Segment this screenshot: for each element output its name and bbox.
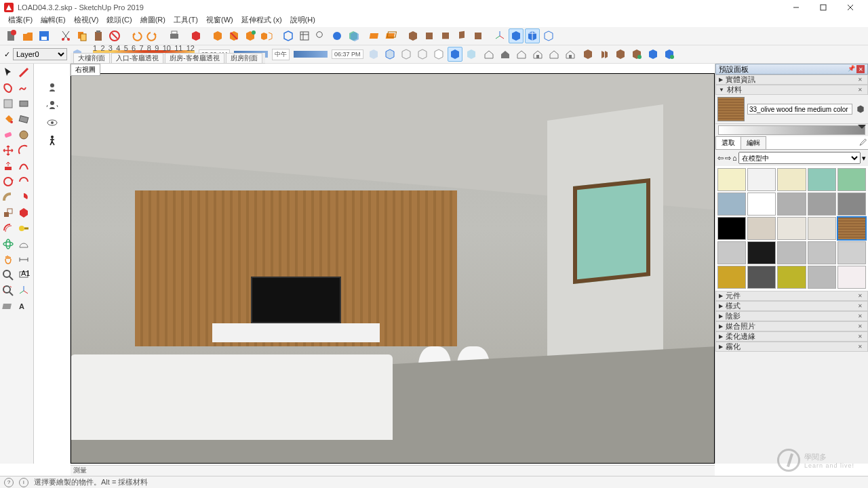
side-view-icon[interactable]: [454, 28, 469, 43]
material-swatch[interactable]: [837, 168, 866, 191]
material-swatch[interactable]: [837, 217, 866, 240]
material-swatch[interactable]: [777, 266, 806, 289]
time-gradient2[interactable]: [294, 51, 328, 58]
tray-close-icon[interactable]: ✕: [856, 65, 865, 73]
material-swatch[interactable]: [717, 192, 746, 216]
material-picker-icon[interactable]: [855, 104, 866, 115]
material-swatch[interactable]: [837, 266, 866, 289]
select-tool-icon[interactable]: [1, 65, 16, 80]
credits-icon[interactable]: i: [19, 478, 28, 487]
scene-render[interactable]: [71, 73, 715, 464]
scale-tool-icon[interactable]: [1, 205, 16, 220]
material-swatch[interactable]: [808, 241, 836, 264]
material-opacity-slider[interactable]: [718, 125, 865, 135]
material-swatch[interactable]: [777, 168, 806, 191]
styles-header[interactable]: ▶樣式✕: [715, 301, 868, 311]
menu-tools[interactable]: 工具(T): [171, 15, 201, 27]
menu-view[interactable]: 檢視(V): [71, 15, 102, 27]
face-style2-icon[interactable]: [525, 28, 540, 43]
entity-info-header[interactable]: ▶實體資訊✕: [715, 75, 868, 85]
components-header[interactable]: ▶元件✕: [715, 291, 868, 301]
pie-tool-icon[interactable]: [16, 190, 31, 205]
axes-tool-icon[interactable]: [16, 283, 31, 298]
orbit-tool-icon[interactable]: [1, 237, 16, 251]
redo-icon[interactable]: [145, 28, 160, 43]
warehouse5-icon[interactable]: [646, 47, 660, 62]
material-swatch[interactable]: [777, 217, 806, 240]
section-plane-icon[interactable]: [368, 28, 382, 43]
maximize-button[interactable]: [810, 0, 837, 15]
material-swatch[interactable]: [717, 241, 746, 264]
tab-edit[interactable]: 編輯: [741, 136, 766, 149]
followme-tool-icon[interactable]: [1, 190, 16, 205]
minimize-button[interactable]: [783, 0, 810, 15]
pan-tool-icon[interactable]: [1, 252, 16, 267]
style1-icon[interactable]: [366, 47, 381, 62]
material-eyedropper-icon[interactable]: [857, 136, 868, 147]
walk-icon[interactable]: [45, 133, 60, 148]
menu-window[interactable]: 視窗(W): [203, 15, 236, 27]
monochrome-icon[interactable]: [330, 28, 344, 43]
style6-icon[interactable]: [448, 47, 462, 62]
component-icon[interactable]: [189, 28, 203, 43]
home-icon[interactable]: ⌂: [732, 154, 737, 162]
current-material-swatch[interactable]: [717, 97, 745, 121]
zoom-tool-icon[interactable]: [1, 268, 16, 283]
explode-icon[interactable]: [243, 28, 258, 43]
house-right-icon[interactable]: [530, 47, 545, 62]
polygon-tool-icon[interactable]: [16, 205, 31, 220]
material-swatch[interactable]: [777, 241, 806, 264]
materials-header[interactable]: ▼材料✕: [715, 85, 868, 95]
material-swatch[interactable]: [777, 192, 806, 216]
style4-icon[interactable]: [415, 47, 430, 62]
style3-icon[interactable]: [399, 47, 414, 62]
material-swatch[interactable]: [747, 168, 776, 191]
material-swatch[interactable]: [837, 192, 866, 216]
paste-icon[interactable]: [91, 28, 106, 43]
hidden-line-icon[interactable]: [297, 28, 312, 43]
style5-icon[interactable]: [431, 47, 446, 62]
tray-pin-icon[interactable]: 📌: [848, 65, 855, 73]
look-around-icon[interactable]: [45, 98, 60, 113]
new-file-icon[interactable]: [4, 28, 19, 43]
material-swatch[interactable]: [808, 168, 836, 191]
copy-icon[interactable]: [75, 28, 90, 43]
delete-icon[interactable]: [107, 28, 122, 43]
section-display-icon[interactable]: [384, 28, 399, 43]
eye-icon[interactable]: [45, 115, 60, 130]
menu-extensions[interactable]: 延伸程式 (x): [239, 15, 285, 27]
rotated-rect-icon[interactable]: [16, 112, 31, 127]
lasso-tool-icon[interactable]: [1, 81, 16, 96]
move-tool-icon[interactable]: [1, 143, 16, 158]
tape-tool-icon[interactable]: [16, 221, 31, 236]
matchphoto-header[interactable]: ▶媒合照片✕: [715, 321, 868, 331]
tray-title-bar[interactable]: 預設面板 📌 ✕: [715, 64, 868, 75]
material-swatch[interactable]: [747, 266, 776, 289]
warehouse1-icon[interactable]: [580, 47, 595, 62]
paint-bucket-icon[interactable]: [1, 112, 16, 127]
tab-select[interactable]: 選取: [715, 136, 741, 149]
material-name-input[interactable]: [747, 104, 852, 115]
text-tool-icon[interactable]: A1: [16, 268, 31, 283]
model-viewport[interactable]: 大樓剖面 入口-客廳透視 廚房-客餐廳透視 廚房剖面 右視圖 測量: [71, 64, 715, 464]
eraser-tool-icon[interactable]: [1, 127, 16, 142]
shaded-icon[interactable]: [313, 28, 328, 43]
fog-header[interactable]: ▶霧化✕: [715, 342, 868, 352]
protractor-tool-icon[interactable]: [16, 237, 31, 251]
face-style1-icon[interactable]: [509, 28, 524, 43]
ungroup-icon[interactable]: [226, 28, 241, 43]
menu-edit[interactable]: 編輯(E): [38, 15, 68, 27]
material-swatch[interactable]: [717, 266, 746, 289]
shadows-header[interactable]: ▶陰影✕: [715, 311, 868, 321]
menu-file[interactable]: 檔案(F): [5, 15, 35, 27]
group-icon[interactable]: [210, 28, 225, 43]
rotate-tool-icon[interactable]: [1, 174, 16, 189]
cut-icon[interactable]: [58, 28, 73, 43]
material-swatch[interactable]: [837, 241, 866, 264]
material-swatch[interactable]: [717, 168, 746, 191]
house-front-icon[interactable]: [514, 47, 529, 62]
component-tool-icon[interactable]: [1, 96, 16, 111]
dimension-tool-icon[interactable]: [16, 252, 31, 267]
face-style3-icon[interactable]: [541, 28, 556, 43]
nav-fwd-icon[interactable]: ⇨: [725, 154, 731, 163]
